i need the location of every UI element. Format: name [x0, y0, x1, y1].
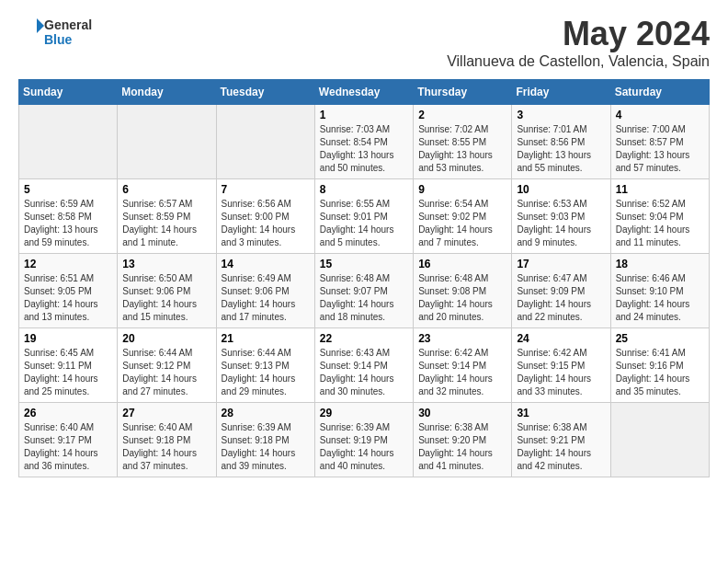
day-detail: Sunrise: 6:59 AMSunset: 8:58 PMDaylight:… [24, 199, 98, 247]
calendar-cell: 11 Sunrise: 6:52 AMSunset: 9:04 PMDaylig… [610, 179, 709, 254]
day-detail: Sunrise: 6:42 AMSunset: 9:15 PMDaylight:… [517, 348, 591, 396]
day-number: 12 [24, 258, 112, 270]
day-detail: Sunrise: 6:56 AMSunset: 9:00 PMDaylight:… [222, 199, 296, 247]
day-detail: Sunrise: 6:42 AMSunset: 9:14 PMDaylight:… [418, 348, 493, 396]
day-number: 7 [222, 183, 310, 196]
day-number: 2 [418, 109, 506, 121]
calendar-cell: 19 Sunrise: 6:45 AMSunset: 9:11 PMDaylig… [19, 328, 118, 403]
calendar-cell: 3 Sunrise: 7:01 AMSunset: 8:56 PMDayligh… [512, 105, 610, 179]
calendar-header-row: SundayMondayTuesdayWednesdayThursdayFrid… [19, 80, 710, 105]
day-number: 11 [616, 183, 704, 196]
day-detail: Sunrise: 7:01 AMSunset: 8:56 PMDaylight:… [517, 124, 591, 173]
calendar-cell [19, 105, 118, 179]
day-number: 31 [517, 407, 605, 419]
logo: General Blue [18, 15, 92, 50]
day-number: 20 [122, 332, 210, 345]
calendar-cell: 2 Sunrise: 7:02 AMSunset: 8:55 PMDayligh… [414, 105, 512, 179]
header-wednesday: Wednesday [314, 80, 413, 105]
calendar-cell: 5 Sunrise: 6:59 AMSunset: 8:58 PMDayligh… [19, 179, 118, 254]
day-detail: Sunrise: 6:53 AMSunset: 9:03 PMDaylight:… [517, 199, 591, 247]
logo-blue: Blue [44, 32, 92, 47]
svg-marker-0 [37, 18, 44, 33]
calendar-cell: 27 Sunrise: 6:40 AMSunset: 9:18 PMDaylig… [118, 403, 216, 477]
day-number: 28 [222, 407, 310, 419]
calendar-cell: 24 Sunrise: 6:42 AMSunset: 9:15 PMDaylig… [512, 328, 610, 403]
week-row-4: 19 Sunrise: 6:45 AMSunset: 9:11 PMDaylig… [19, 328, 710, 403]
day-number: 26 [24, 407, 112, 419]
day-detail: Sunrise: 6:54 AMSunset: 9:02 PMDaylight:… [418, 199, 493, 247]
calendar-cell [216, 105, 314, 179]
calendar-cell: 18 Sunrise: 6:46 AMSunset: 9:10 PMDaylig… [610, 254, 709, 328]
header-friday: Friday [512, 80, 610, 105]
calendar-cell: 15 Sunrise: 6:48 AMSunset: 9:07 PMDaylig… [314, 254, 413, 328]
day-detail: Sunrise: 6:51 AMSunset: 9:05 PMDaylight:… [24, 273, 98, 322]
week-row-5: 26 Sunrise: 6:40 AMSunset: 9:17 PMDaylig… [19, 403, 710, 477]
day-number: 19 [24, 332, 112, 345]
page-subtitle: Villanueva de Castellon, Valencia, Spain [447, 53, 710, 70]
day-detail: Sunrise: 6:52 AMSunset: 9:04 PMDaylight:… [616, 199, 690, 247]
calendar-cell: 9 Sunrise: 6:54 AMSunset: 9:02 PMDayligh… [414, 179, 512, 254]
day-number: 5 [24, 183, 112, 196]
calendar-cell: 1 Sunrise: 7:03 AMSunset: 8:54 PMDayligh… [314, 105, 413, 179]
day-detail: Sunrise: 6:45 AMSunset: 9:11 PMDaylight:… [24, 348, 98, 396]
calendar-cell: 20 Sunrise: 6:44 AMSunset: 9:12 PMDaylig… [118, 328, 216, 403]
calendar-cell: 17 Sunrise: 6:47 AMSunset: 9:09 PMDaylig… [512, 254, 610, 328]
header-monday: Monday [118, 80, 216, 105]
day-number: 14 [222, 258, 310, 270]
day-number: 10 [517, 183, 605, 196]
day-detail: Sunrise: 6:57 AMSunset: 8:59 PMDaylight:… [122, 199, 197, 247]
header-tuesday: Tuesday [216, 80, 314, 105]
day-detail: Sunrise: 7:03 AMSunset: 8:54 PMDaylight:… [320, 124, 394, 173]
calendar-cell [610, 403, 709, 477]
calendar-cell: 8 Sunrise: 6:55 AMSunset: 9:01 PMDayligh… [314, 179, 413, 254]
calendar-cell: 31 Sunrise: 6:38 AMSunset: 9:21 PMDaylig… [512, 403, 610, 477]
day-detail: Sunrise: 6:38 AMSunset: 9:20 PMDaylight:… [418, 422, 493, 471]
day-number: 21 [222, 332, 310, 345]
day-detail: Sunrise: 6:48 AMSunset: 9:08 PMDaylight:… [418, 273, 493, 322]
day-detail: Sunrise: 6:47 AMSunset: 9:09 PMDaylight:… [517, 273, 591, 322]
calendar-cell: 6 Sunrise: 6:57 AMSunset: 8:59 PMDayligh… [118, 179, 216, 254]
title-area: May 2024 Villanueva de Castellon, Valenc… [447, 15, 710, 70]
calendar-cell: 14 Sunrise: 6:49 AMSunset: 9:06 PMDaylig… [216, 254, 314, 328]
calendar-cell: 23 Sunrise: 6:42 AMSunset: 9:14 PMDaylig… [414, 328, 512, 403]
calendar-cell [118, 105, 216, 179]
day-detail: Sunrise: 6:44 AMSunset: 9:13 PMDaylight:… [222, 348, 296, 396]
day-detail: Sunrise: 6:44 AMSunset: 9:12 PMDaylight:… [122, 348, 197, 396]
day-number: 30 [418, 407, 506, 419]
day-number: 24 [517, 332, 605, 345]
week-row-3: 12 Sunrise: 6:51 AMSunset: 9:05 PMDaylig… [19, 254, 710, 328]
day-number: 27 [122, 407, 210, 419]
day-detail: Sunrise: 6:40 AMSunset: 9:18 PMDaylight:… [122, 422, 197, 471]
logo-svg [18, 15, 44, 50]
calendar-table: SundayMondayTuesdayWednesdayThursdayFrid… [18, 79, 710, 477]
day-detail: Sunrise: 6:46 AMSunset: 9:10 PMDaylight:… [616, 273, 690, 322]
calendar-cell: 13 Sunrise: 6:50 AMSunset: 9:06 PMDaylig… [118, 254, 216, 328]
calendar-cell: 22 Sunrise: 6:43 AMSunset: 9:14 PMDaylig… [314, 328, 413, 403]
day-number: 18 [616, 258, 704, 270]
logo-general: General [44, 17, 92, 32]
day-number: 17 [517, 258, 605, 270]
calendar-cell: 26 Sunrise: 6:40 AMSunset: 9:17 PMDaylig… [19, 403, 118, 477]
page-header: General Blue May 2024 Villanueva de Cast… [18, 15, 710, 70]
day-detail: Sunrise: 6:43 AMSunset: 9:14 PMDaylight:… [320, 348, 394, 396]
day-number: 8 [320, 183, 408, 196]
day-detail: Sunrise: 7:02 AMSunset: 8:55 PMDaylight:… [418, 124, 493, 173]
day-number: 13 [122, 258, 210, 270]
day-detail: Sunrise: 7:00 AMSunset: 8:57 PMDaylight:… [616, 124, 690, 173]
day-number: 22 [320, 332, 408, 345]
day-number: 4 [616, 109, 704, 121]
day-number: 16 [418, 258, 506, 270]
day-detail: Sunrise: 6:39 AMSunset: 9:19 PMDaylight:… [320, 422, 394, 471]
calendar-cell: 25 Sunrise: 6:41 AMSunset: 9:16 PMDaylig… [610, 328, 709, 403]
header-sunday: Sunday [19, 80, 118, 105]
day-detail: Sunrise: 6:38 AMSunset: 9:21 PMDaylight:… [517, 422, 591, 471]
day-number: 9 [418, 183, 506, 196]
calendar-cell: 30 Sunrise: 6:38 AMSunset: 9:20 PMDaylig… [414, 403, 512, 477]
calendar-cell: 16 Sunrise: 6:48 AMSunset: 9:08 PMDaylig… [414, 254, 512, 328]
page-title: May 2024 [447, 15, 710, 53]
calendar-cell: 28 Sunrise: 6:39 AMSunset: 9:18 PMDaylig… [216, 403, 314, 477]
calendar-cell: 29 Sunrise: 6:39 AMSunset: 9:19 PMDaylig… [314, 403, 413, 477]
day-number: 15 [320, 258, 408, 270]
header-saturday: Saturday [610, 80, 709, 105]
day-number: 6 [122, 183, 210, 196]
